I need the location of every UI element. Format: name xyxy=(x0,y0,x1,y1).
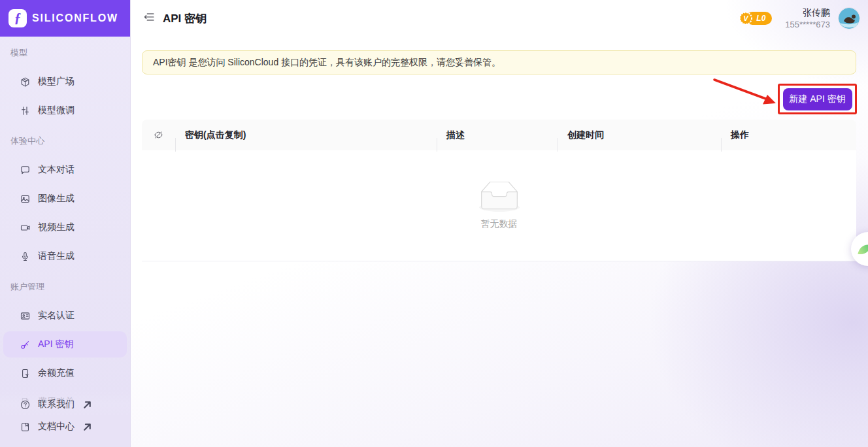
image-icon xyxy=(20,193,31,205)
sidebar-item-recharge[interactable]: 余额充值 xyxy=(0,359,130,388)
app-window: ƒ SILICONFLOW 模型 模型广场 模型微调 体验中心 文本对话 xyxy=(0,0,868,447)
sidebar-item-docs-center[interactable]: 文档中心 xyxy=(0,416,130,438)
table-header-row: 密钥(点击复制) 描述 创建时间 操作 xyxy=(142,120,856,150)
empty-state-text: 暂无数据 xyxy=(481,218,518,230)
main-content: API 密钥 V L0 张传鹏 155*****673 xyxy=(131,0,868,447)
sidebar-item-image-generation[interactable]: 图像生成 xyxy=(0,184,130,213)
toggle-key-visibility-button[interactable] xyxy=(142,129,175,141)
brand-name: SILICONFLOW xyxy=(32,12,118,24)
vip-v-icon: V xyxy=(739,11,753,25)
siliconflow-logo-icon: ƒ xyxy=(8,9,27,27)
sidebar-item-label: 实名认证 xyxy=(38,310,75,322)
page-title: API 密钥 xyxy=(163,11,207,26)
user-cluster: V L0 张传鹏 155*****673 xyxy=(739,7,860,29)
sidebar-item-label: API 密钥 xyxy=(38,339,73,350)
key-icon xyxy=(20,339,31,350)
id-card-icon xyxy=(20,310,31,322)
sidebar-item-voice-generation[interactable]: 语音生成 xyxy=(0,242,130,271)
user-meta: 张传鹏 155*****673 xyxy=(785,7,830,29)
sidebar-item-label: 文本对话 xyxy=(38,164,75,176)
cube-icon xyxy=(20,76,31,88)
nav-section-experience: 体验中心 xyxy=(10,135,120,147)
column-header-actions: 操作 xyxy=(721,129,856,141)
vip-level-text: L0 xyxy=(756,14,765,23)
nav-section-account: 账户管理 xyxy=(10,281,120,293)
user-phone: 155*****673 xyxy=(785,20,830,29)
microphone-icon xyxy=(20,251,31,262)
sidebar-footer: 联系我们 文档中心 xyxy=(0,392,130,447)
sidebar-item-label: 模型广场 xyxy=(38,76,75,88)
video-camera-icon xyxy=(20,222,31,233)
sidebar-item-label: 语音生成 xyxy=(38,250,75,262)
brand-logo[interactable]: ƒ SILICONFLOW xyxy=(0,0,130,37)
api-key-notice-banner: API密钥 是您访问 SiliconCloud 接口的凭证，具有该账户的完整权限… xyxy=(142,50,856,74)
sidebar-item-model-square[interactable]: 模型广场 xyxy=(0,67,130,96)
sidebar-item-label: 视频生成 xyxy=(38,222,75,233)
external-link-icon xyxy=(82,422,93,433)
leaf-icon xyxy=(856,240,868,257)
user-name: 张传鹏 xyxy=(785,7,830,19)
sidebar: ƒ SILICONFLOW 模型 模型广场 模型微调 体验中心 文本对话 xyxy=(0,0,131,447)
sidebar-item-label: 文档中心 xyxy=(38,421,75,433)
sidebar-item-label: 余额充值 xyxy=(38,367,75,379)
sidebar-collapse-icon[interactable] xyxy=(144,11,156,25)
avatar-image xyxy=(839,8,860,29)
nav-section-models: 模型 xyxy=(10,47,120,59)
column-header-created-at: 创建时间 xyxy=(558,129,721,141)
annotation-arrow xyxy=(703,73,784,111)
question-circle-icon xyxy=(20,399,31,410)
table-empty-state: 暂无数据 xyxy=(142,150,856,261)
banner-text: API密钥 是您访问 SiliconCloud 接口的凭证，具有该账户的完整权限… xyxy=(153,57,501,69)
sidebar-nav: 模型 模型广场 模型微调 体验中心 文本对话 xyxy=(0,47,130,416)
sidebar-item-label: 联系我们 xyxy=(38,399,75,410)
sidebar-item-api-keys[interactable]: API 密钥 xyxy=(3,331,127,357)
sidebar-item-label: 模型微调 xyxy=(38,105,75,116)
main-header: API 密钥 V L0 张传鹏 155*****673 xyxy=(131,0,868,37)
api-keys-table: 密钥(点击复制) 描述 创建时间 操作 暂无数据 xyxy=(142,120,856,261)
recharge-icon xyxy=(20,368,31,379)
sidebar-item-model-finetune[interactable]: 模型微调 xyxy=(0,96,130,125)
vip-level-badge[interactable]: V L0 xyxy=(746,12,772,25)
sidebar-item-contact-us[interactable]: 联系我们 xyxy=(0,393,130,416)
sliders-icon xyxy=(20,105,31,116)
eye-invisible-icon xyxy=(153,129,164,141)
column-header-description: 描述 xyxy=(437,129,558,141)
sidebar-item-label: 图像生成 xyxy=(38,193,75,205)
sidebar-item-real-name-auth[interactable]: 实名认证 xyxy=(0,301,130,330)
sidebar-item-text-chat[interactable]: 文本对话 xyxy=(0,156,130,184)
external-link-icon xyxy=(82,399,93,410)
new-api-key-button[interactable]: 新建 API 密钥 xyxy=(783,88,852,110)
sidebar-item-video-generation[interactable]: 视频生成 xyxy=(0,213,130,242)
empty-inbox-icon xyxy=(475,182,524,214)
annotation-highlight-box: 新建 API 密钥 xyxy=(778,84,857,114)
chat-icon xyxy=(20,165,31,176)
column-header-key: 密钥(点击复制) xyxy=(175,129,437,141)
avatar[interactable] xyxy=(839,8,860,29)
document-icon xyxy=(20,422,31,433)
